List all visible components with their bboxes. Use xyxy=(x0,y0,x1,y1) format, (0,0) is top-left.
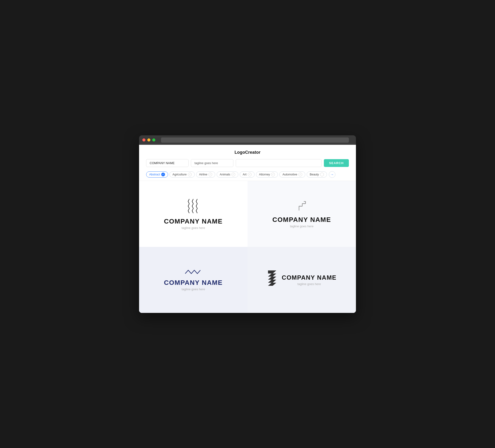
filter-airline[interactable]: Airline ✓ xyxy=(196,171,215,178)
app-header: LogoCreator SEARCH Abstract ✓ Agricultur… xyxy=(139,145,356,181)
filter-abstract[interactable]: Abstract ✓ xyxy=(146,171,168,178)
logo-card-2[interactable]: COMPANY NAME tagline goes here xyxy=(248,181,356,247)
filter-attorney[interactable]: Attorney ✓ xyxy=(256,171,278,178)
tagline-input[interactable] xyxy=(191,159,233,167)
logo-card-4[interactable]: COMPANY NAME tagline goes here xyxy=(248,247,356,313)
maximize-dot[interactable] xyxy=(152,139,155,141)
logo-3-company: COMPANY NAME xyxy=(164,279,223,286)
logo-1-company: COMPANY NAME xyxy=(164,218,223,225)
filter-animals-label: Animals xyxy=(220,173,230,176)
logo-4-tagline: tagline goes here xyxy=(282,282,336,286)
filter-beauty[interactable]: Beauty xyxy=(307,171,327,178)
search-button[interactable]: SEARCH xyxy=(324,159,349,167)
logo-icon-4 xyxy=(267,269,277,287)
filter-attorney-label: Attorney xyxy=(259,173,270,176)
filter-art-label: Art xyxy=(243,173,247,176)
logo-1-tagline: tagline goes here xyxy=(181,226,205,230)
filter-agriculture-check: ✓ xyxy=(188,173,192,176)
close-dot[interactable] xyxy=(142,139,145,141)
filter-animals[interactable]: Animals ✓ xyxy=(217,171,238,178)
filter-art[interactable]: Art ✓ xyxy=(240,171,255,178)
filter-automotive-label: Automotive xyxy=(282,173,297,176)
svg-marker-0 xyxy=(268,270,276,286)
filter-automotive[interactable]: Automotive ✓ xyxy=(279,171,305,178)
filter-attorney-check: ✓ xyxy=(271,173,275,176)
logo-icon-3 xyxy=(184,268,203,276)
logo-2-tagline: tagline goes here xyxy=(290,224,314,228)
app-title: LogoCreator xyxy=(146,150,349,155)
filter-automotive-check: ✓ xyxy=(298,173,302,176)
app-body: LogoCreator SEARCH Abstract ✓ Agricultur… xyxy=(139,145,356,313)
logo-3-tagline: tagline goes here xyxy=(181,287,205,291)
logo-icon-1 xyxy=(187,198,200,214)
search-bar: SEARCH xyxy=(146,159,349,167)
company-name-input[interactable] xyxy=(146,159,189,167)
logo-grid: COMPANY NAME tagline goes here COMPANY N… xyxy=(139,181,356,313)
filter-abstract-check: ✓ xyxy=(161,173,165,176)
filter-next-arrow[interactable]: → xyxy=(329,171,335,178)
logo-4-text-group: COMPANY NAME tagline goes here xyxy=(282,274,336,286)
browser-window: LogoCreator SEARCH Abstract ✓ Agricultur… xyxy=(139,135,356,313)
url-bar[interactable] xyxy=(161,138,349,143)
logo-card-1[interactable]: COMPANY NAME tagline goes here xyxy=(139,181,248,247)
logo-card-3[interactable]: COMPANY NAME tagline goes here xyxy=(139,247,248,313)
filter-animals-check: ✓ xyxy=(232,173,235,176)
filter-beauty-check xyxy=(320,173,324,176)
minimize-dot[interactable] xyxy=(147,139,150,141)
filter-art-check: ✓ xyxy=(248,173,251,176)
logo-2-company: COMPANY NAME xyxy=(273,216,331,224)
filter-beauty-label: Beauty xyxy=(310,173,319,176)
filter-agriculture-label: Agriculture xyxy=(173,173,187,176)
filter-agriculture[interactable]: Agriculture ✓ xyxy=(169,171,195,178)
logo-icon-2 xyxy=(295,200,309,213)
extra-input[interactable] xyxy=(236,159,321,167)
filter-abstract-label: Abstract xyxy=(149,173,160,176)
filter-bar: Abstract ✓ Agriculture ✓ Airline ✓ Anima… xyxy=(146,171,349,181)
filter-airline-check: ✓ xyxy=(208,173,212,176)
filter-airline-label: Airline xyxy=(199,173,207,176)
logo-4-company: COMPANY NAME xyxy=(282,274,336,281)
browser-titlebar xyxy=(139,135,356,145)
